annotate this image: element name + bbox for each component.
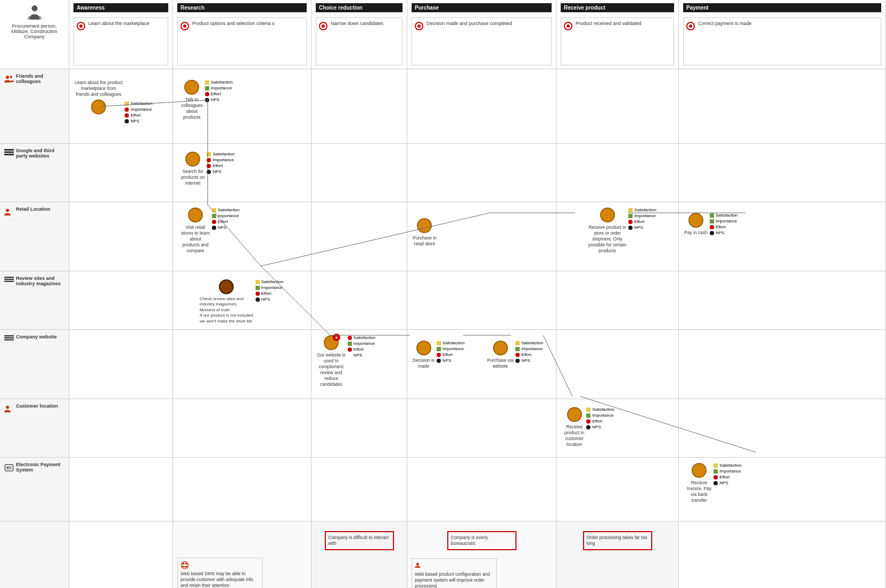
payment-touchpoint: Correct payment is made bbox=[683, 18, 881, 65]
google-purchase bbox=[407, 144, 556, 202]
google-payment bbox=[679, 144, 886, 202]
opportunity-icon-2 bbox=[415, 561, 423, 570]
pp-purchase: Company is overly bureaucratic Web based… bbox=[407, 521, 556, 588]
review-research: Check review sites andindustry magazines… bbox=[173, 271, 311, 329]
phase-awareness-header: Awareness bbox=[73, 3, 168, 12]
phase-research-header: Research bbox=[177, 3, 307, 12]
review-receive bbox=[556, 271, 679, 329]
pp-research: Web based DMS may be able to provide cus… bbox=[173, 521, 311, 588]
review-label: Review sites and industry magazines bbox=[16, 276, 64, 286]
phase-choice-header: Choice reduction bbox=[316, 3, 403, 12]
swimlane-review: Review sites and industry magazines Chec… bbox=[0, 271, 886, 330]
google-research-node bbox=[185, 152, 200, 167]
retail-payment-node bbox=[688, 213, 703, 228]
svg-rect-7 bbox=[4, 154, 14, 155]
header-row: Procurement person, Midsize, Constructio… bbox=[0, 0, 886, 69]
electronic-payment-node bbox=[692, 463, 707, 478]
retail-research-metrics: Satisfaction Importance Effort NPS bbox=[212, 208, 240, 230]
electronic-purchase bbox=[407, 458, 556, 521]
company-purchase-node bbox=[493, 341, 508, 355]
company-payment bbox=[679, 330, 886, 399]
google-awareness bbox=[69, 144, 173, 202]
retail-label-cell: Retail Location bbox=[0, 202, 69, 271]
company-choice-metrics: Satisfaction Importance Effort NPS bbox=[348, 335, 375, 358]
company-purchase-metrics: Satisfaction Importance Effort NPS bbox=[515, 341, 543, 363]
google-label: Google and third party websites bbox=[16, 148, 64, 159]
friends-icon bbox=[4, 74, 14, 84]
retail-payment: Pay in cash Satisfaction Importance Effo… bbox=[679, 202, 886, 271]
purchase-touchpoint: Decision made and purchase completed bbox=[412, 18, 552, 65]
customer-purchase bbox=[407, 399, 556, 457]
phase-awareness: Awareness Learn about the marketplace bbox=[69, 0, 173, 69]
company-label: Company website bbox=[16, 334, 57, 339]
review-research-metrics: Satisfaction Importance Effort NPS bbox=[256, 279, 283, 302]
opportunity-1: Web based DMS may be able to provide cus… bbox=[177, 558, 262, 588]
company-research bbox=[173, 330, 311, 399]
persona-name: Procurement person, Midsize, Constructio… bbox=[4, 23, 64, 39]
retail-payment-metrics: Satisfaction Importance Effort NPS bbox=[710, 213, 737, 235]
retail-receive: Receive product instore or ordershipment… bbox=[556, 202, 679, 271]
customer-receive-metrics: Satisfaction Importance Effort NPS bbox=[586, 407, 614, 429]
google-research-metrics: Satisfaction Importance Effort NPS bbox=[207, 152, 234, 174]
electronic-awareness bbox=[69, 458, 173, 521]
svg-rect-11 bbox=[4, 281, 14, 282]
painpoint-1: Company is difficult to interact with bbox=[325, 531, 394, 550]
persona-cell: Procurement person, Midsize, Constructio… bbox=[0, 0, 69, 69]
friends-label-cell: Friends and colleagues bbox=[0, 69, 69, 143]
pp-awareness bbox=[69, 521, 173, 588]
friends-research-metrics: Satisfaction Importance Effort NPS bbox=[205, 80, 233, 102]
google-research: Search forproducts oninternet Satisfacti… bbox=[173, 144, 311, 202]
research-touchpoint: Product options and selection criteria s bbox=[177, 18, 307, 65]
opportunity-2: Web based product configuration and paym… bbox=[412, 558, 497, 588]
painpoints-row: Web based DMS may be able to provide cus… bbox=[0, 521, 886, 588]
company-decision-metrics: Satisfaction Importance Effort NPS bbox=[437, 341, 464, 363]
review-awareness bbox=[69, 271, 173, 329]
company-decision-node bbox=[416, 341, 431, 355]
svg-rect-5 bbox=[4, 149, 14, 151]
retail-purchase: Purchase inretail store bbox=[407, 202, 556, 271]
company-awareness bbox=[69, 330, 173, 399]
company-choice: + Our website isused tocomplementreview … bbox=[311, 330, 407, 399]
friends-research: Talk tocolleaguesaboutproducts Satisfact… bbox=[173, 69, 311, 143]
review-choice bbox=[311, 271, 407, 329]
retail-purchase-node bbox=[417, 218, 432, 233]
phase-purchase-header: Purchase bbox=[412, 3, 552, 12]
customer-research bbox=[173, 399, 311, 457]
electronic-research bbox=[173, 458, 311, 521]
phase-payment-header: Payment bbox=[683, 3, 881, 12]
svg-point-22 bbox=[416, 563, 419, 566]
goal-icon-4 bbox=[415, 22, 423, 30]
journey-map: Procurement person, Midsize, Constructio… bbox=[0, 0, 886, 588]
phase-receive: Receive product Product received and val… bbox=[556, 0, 679, 69]
swimlane-electronic: Electronic Payment System RecieveInvoice… bbox=[0, 458, 886, 521]
review-label-cell: Review sites and industry magazines bbox=[0, 271, 69, 329]
svg-rect-10 bbox=[4, 279, 14, 280]
company-label-cell: Company website bbox=[0, 330, 69, 399]
review-icon bbox=[4, 277, 14, 283]
customer-awareness bbox=[69, 399, 173, 457]
friends-awareness-metrics: Satisfaction Importance Effort NPS bbox=[125, 101, 152, 123]
phase-payment: Payment Correct payment is made bbox=[679, 0, 886, 69]
goal-icon-5 bbox=[564, 22, 572, 30]
friends-label: Friends and colleagues bbox=[16, 73, 64, 84]
choice-touchpoint: Narrow down candidates bbox=[316, 18, 403, 65]
svg-line-2 bbox=[39, 16, 41, 19]
review-research-node bbox=[219, 279, 234, 294]
customer-payment bbox=[679, 399, 886, 457]
electronic-receive bbox=[556, 458, 679, 521]
customer-choice bbox=[311, 399, 407, 457]
svg-rect-9 bbox=[4, 277, 14, 278]
retail-receive-metrics: Satisfaction Importance Effort NPS bbox=[628, 208, 656, 230]
svg-rect-13 bbox=[4, 337, 14, 338]
company-icon bbox=[4, 335, 14, 342]
svg-rect-6 bbox=[4, 152, 14, 153]
friends-research-node bbox=[184, 80, 199, 95]
friends-awareness: Learn about the productmarketplace fromf… bbox=[69, 69, 173, 143]
company-receive bbox=[556, 330, 679, 399]
electronic-label-cell: Electronic Payment System bbox=[0, 458, 69, 521]
painpoint-3: Order processing takes far too long bbox=[583, 531, 652, 550]
pp-receive: Order processing takes far too long bbox=[556, 521, 679, 588]
electronic-icon bbox=[4, 463, 14, 473]
review-payment bbox=[679, 271, 886, 329]
svg-point-19 bbox=[181, 561, 188, 568]
